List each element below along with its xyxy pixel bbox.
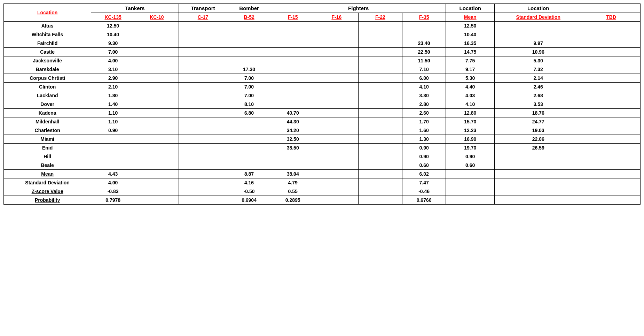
cell-stddev: 26.59 <box>495 144 582 152</box>
cell-c17 <box>179 144 227 152</box>
cell-f16 <box>315 109 359 117</box>
cell-f15 <box>271 152 315 161</box>
cell-f15 <box>271 74 315 83</box>
cell-kc10 <box>135 39 179 48</box>
summary-stddev-stddev <box>495 178 582 187</box>
header-f22: F-22 <box>359 13 402 22</box>
cell-tbd <box>582 56 641 65</box>
header-stddev: Standard Deviation <box>495 13 582 22</box>
cell-c17 <box>179 135 227 144</box>
cell-f35: 6.00 <box>402 74 446 83</box>
summary-prob-label: Probability <box>4 196 91 205</box>
cell-kc10 <box>135 135 179 144</box>
cell-stddev: 10.96 <box>495 48 582 56</box>
header-b52: B-52 <box>227 13 271 22</box>
cell-f22 <box>359 135 402 144</box>
cell-tbd <box>582 117 641 126</box>
cell-location: Kadena <box>4 109 91 117</box>
cell-location: Witchita Falls <box>4 30 91 39</box>
cell-tbd <box>582 126 641 135</box>
summary-stddev-f16 <box>315 178 359 187</box>
cell-b52: 7.00 <box>227 74 271 83</box>
cell-kc135: 7.00 <box>91 48 135 56</box>
cell-f22 <box>359 152 402 161</box>
cell-f16 <box>315 117 359 126</box>
cell-f15: 34.20 <box>271 126 315 135</box>
cell-mean: 12.23 <box>446 126 495 135</box>
table-row: Mildenhall1.1044.301.7015.7024.77 <box>4 117 641 126</box>
cell-c17 <box>179 161 227 170</box>
summary-prob-f22 <box>359 196 402 205</box>
header-kc10: KC-10 <box>135 13 179 22</box>
cell-kc10 <box>135 74 179 83</box>
header-f35: F-35 <box>402 13 446 22</box>
summary-stddev-f15: 4.79 <box>271 178 315 187</box>
cell-f22 <box>359 22 402 30</box>
cell-tbd <box>582 22 641 30</box>
cell-f15 <box>271 65 315 74</box>
cell-f16 <box>315 48 359 56</box>
cell-f15 <box>271 22 315 30</box>
summary-mean-kc10 <box>135 170 179 178</box>
header-tbd-group <box>582 4 641 13</box>
cell-mean: 12.50 <box>446 22 495 30</box>
cell-f16 <box>315 91 359 100</box>
summary-stddev-label: Standard Deviation <box>4 178 91 187</box>
cell-kc135 <box>91 144 135 152</box>
cell-f15: 32.50 <box>271 135 315 144</box>
cell-f22 <box>359 91 402 100</box>
summary-zscore-kc10 <box>135 187 179 196</box>
summary-prob-f35: 0.6766 <box>402 196 446 205</box>
cell-kc10 <box>135 48 179 56</box>
header-f15: F-15 <box>271 13 315 22</box>
cell-b52: 6.80 <box>227 109 271 117</box>
cell-kc135 <box>91 152 135 161</box>
summary-mean-c17 <box>179 170 227 178</box>
summary-prob-kc10 <box>135 196 179 205</box>
summary-stddev-c17 <box>179 178 227 187</box>
summary-zscore-b52: -0.50 <box>227 187 271 196</box>
cell-stddev <box>495 161 582 170</box>
cell-c17 <box>179 48 227 56</box>
cell-kc135: 3.10 <box>91 65 135 74</box>
header-group-row: Location Tankers Transport Bomber Fighte… <box>4 4 641 13</box>
cell-b52 <box>227 22 271 30</box>
cell-mean: 4.03 <box>446 91 495 100</box>
summary-row-mean: Mean4.438.8738.046.02 <box>4 170 641 178</box>
cell-f15 <box>271 30 315 39</box>
cell-kc135: 1.10 <box>91 109 135 117</box>
cell-mean: 16.35 <box>446 39 495 48</box>
cell-f22 <box>359 56 402 65</box>
cell-kc10 <box>135 161 179 170</box>
header-tbd: TBD <box>582 13 641 22</box>
cell-f22 <box>359 117 402 126</box>
summary-prob-stddev <box>495 196 582 205</box>
cell-kc135: 9.30 <box>91 39 135 48</box>
cell-f15 <box>271 100 315 109</box>
cell-stddev <box>495 152 582 161</box>
header-bomber-group: Bomber <box>227 4 271 13</box>
cell-b52 <box>227 39 271 48</box>
cell-mean: 10.40 <box>446 30 495 39</box>
summary-row-zscore: Z-score Value-0.83-0.500.55-0.46 <box>4 187 641 196</box>
cell-location: Castle <box>4 48 91 56</box>
cell-f22 <box>359 83 402 91</box>
cell-f22 <box>359 100 402 109</box>
cell-kc10 <box>135 100 179 109</box>
summary-stddev-mean <box>446 178 495 187</box>
cell-tbd <box>582 161 641 170</box>
cell-b52 <box>227 144 271 152</box>
summary-zscore-f35: -0.46 <box>402 187 446 196</box>
table-row: Hill0.900.90 <box>4 152 641 161</box>
header-c17: C-17 <box>179 13 227 22</box>
cell-f35: 0.90 <box>402 152 446 161</box>
cell-f22 <box>359 161 402 170</box>
cell-mean: 7.75 <box>446 56 495 65</box>
cell-stddev: 3.53 <box>495 100 582 109</box>
cell-f35: 1.70 <box>402 117 446 126</box>
cell-stddev: 7.32 <box>495 65 582 74</box>
cell-f22 <box>359 39 402 48</box>
cell-f16 <box>315 74 359 83</box>
table-wrapper: Location Tankers Transport Bomber Fighte… <box>3 3 641 205</box>
cell-location: Hill <box>4 152 91 161</box>
